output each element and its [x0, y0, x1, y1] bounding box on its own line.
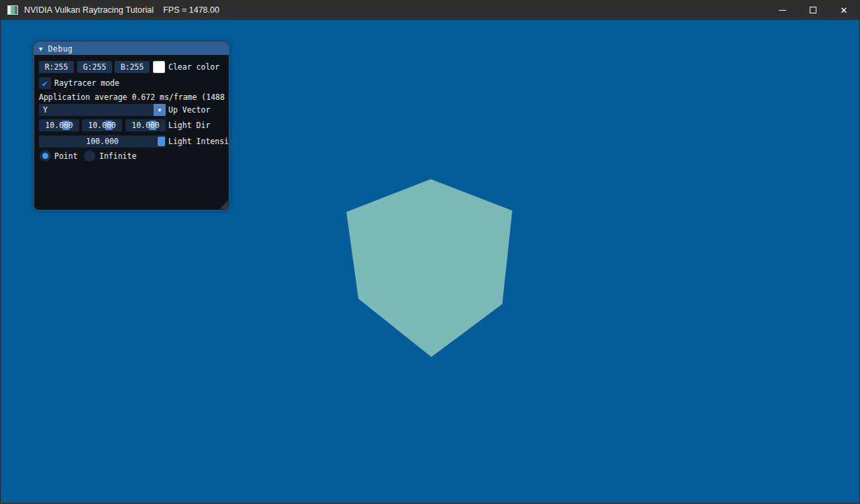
light-dir-z-value: 10.000 — [125, 119, 166, 131]
green-button-label: G:255 — [83, 62, 107, 72]
light-dir-y-value: 10.000 — [82, 119, 122, 131]
light-dir-z-slider[interactable]: 10.000 — [125, 119, 166, 131]
point-light-radio[interactable] — [40, 150, 51, 162]
red-button-label: R:255 — [45, 62, 68, 72]
clear-color-label: Clear color — [168, 61, 219, 73]
cube-polygon — [346, 179, 512, 357]
close-button[interactable]: ✕ — [828, 0, 859, 20]
blue-255-button[interactable]: B:255 — [115, 61, 150, 73]
light-intensity-label: Light Intensity — [168, 135, 229, 147]
light-dir-y-slider[interactable]: 10.000 — [82, 119, 122, 131]
checkmark-icon: ✔ — [42, 78, 48, 88]
titlebar[interactable]: NVIDIA Vulkan Raytracing Tutorial FPS = … — [1, 0, 859, 20]
light-type-row: Point Infinite — [34, 150, 229, 162]
light-intensity-value: 100.000 — [39, 135, 166, 147]
app-icon[interactable] — [7, 5, 18, 15]
light-intensity-slider[interactable]: 100.000 — [39, 135, 166, 147]
up-vector-value: Y — [43, 104, 48, 116]
up-vector-label: Up Vector — [168, 104, 210, 116]
panel-resize-grip[interactable] — [219, 200, 228, 209]
window-title: NVIDIA Vulkan Raytracing Tutorial — [24, 5, 154, 15]
debug-panel-header[interactable]: ▼ Debug — [34, 42, 229, 55]
light-intensity-row: 100.000 Light Intensity — [34, 135, 229, 147]
minimize-button[interactable] — [767, 0, 798, 20]
light-dir-row: 10.000 10.000 10.000 Light Dir — [34, 119, 229, 131]
infinite-light-label: Infinite — [99, 150, 136, 162]
up-vector-row: Y ▼ Up Vector — [34, 104, 229, 116]
close-icon: ✕ — [841, 6, 848, 15]
panel-title: Debug — [48, 44, 72, 54]
raytracer-checkbox[interactable]: ✔ — [39, 77, 51, 89]
raytracer-label: Raytracer mode — [54, 77, 119, 89]
infinite-light-radio[interactable] — [84, 150, 95, 162]
combo-arrow-icon: ▼ — [158, 107, 162, 113]
maximize-icon — [810, 7, 816, 13]
fps-counter: FPS = 1478.00 — [163, 5, 219, 15]
up-vector-combo[interactable]: Y ▼ — [39, 104, 166, 116]
combo-arrow-button[interactable]: ▼ — [154, 104, 166, 116]
radio-dot — [42, 153, 48, 159]
point-light-label: Point — [54, 150, 78, 162]
viewport-3d[interactable]: ▼ Debug R:255 G:255 B:255 Clear color — [1, 20, 859, 503]
app-window: NVIDIA Vulkan Raytracing Tutorial FPS = … — [0, 0, 860, 504]
red-255-button[interactable]: R:255 — [39, 61, 74, 73]
maximize-button[interactable] — [798, 0, 828, 20]
blue-button-label: B:255 — [121, 62, 144, 72]
app-icon-part — [15, 6, 17, 14]
collapse-arrow-icon: ▼ — [39, 46, 42, 52]
light-dir-x-slider[interactable]: 10.000 — [39, 119, 79, 131]
frame-stats-text: Application average 0.672 ms/frame (1488 — [39, 92, 225, 103]
light-dir-x-value: 10.000 — [39, 119, 79, 131]
light-dir-label: Light Dir — [168, 119, 210, 131]
clear-color-row: R:255 G:255 B:255 Clear color — [34, 61, 229, 73]
clear-color-swatch[interactable] — [153, 61, 165, 73]
green-255-button[interactable]: G:255 — [77, 61, 112, 73]
debug-panel: ▼ Debug R:255 G:255 B:255 Clear color — [34, 42, 229, 210]
raytracer-row: ✔ Raytracer mode — [34, 77, 229, 89]
minimize-icon — [779, 10, 786, 11]
